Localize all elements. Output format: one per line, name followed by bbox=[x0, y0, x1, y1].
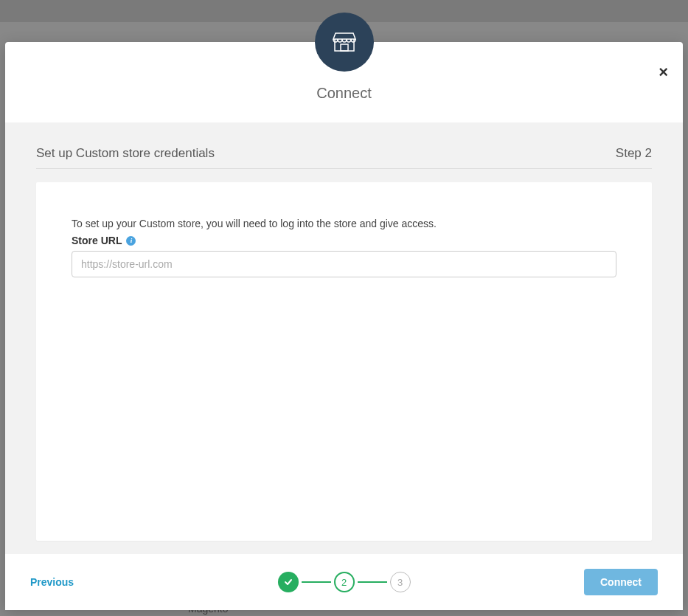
svg-rect-0 bbox=[341, 44, 348, 51]
step-line-1 bbox=[302, 581, 331, 583]
previous-button[interactable]: Previous bbox=[30, 576, 74, 588]
close-icon: × bbox=[659, 63, 668, 81]
section-heading: Set up Custom store credentials bbox=[36, 146, 215, 161]
stepper: 2 3 bbox=[278, 572, 411, 592]
check-icon bbox=[284, 578, 293, 586]
section-header: Set up Custom store credentials Step 2 bbox=[36, 146, 652, 169]
modal-title: Connect bbox=[5, 85, 683, 102]
step-indicator: Step 2 bbox=[616, 146, 652, 161]
store-url-label-text: Store URL bbox=[72, 235, 122, 246]
modal-body: Set up Custom store credentials Step 2 T… bbox=[5, 122, 683, 554]
info-icon[interactable]: i bbox=[126, 236, 136, 246]
connect-button[interactable]: Connect bbox=[584, 569, 658, 595]
modal-footer: Previous 2 3 Connect bbox=[5, 554, 683, 610]
close-button[interactable]: × bbox=[659, 64, 668, 80]
step-1 bbox=[278, 572, 299, 592]
step-line-2 bbox=[358, 581, 387, 583]
step-2: 2 bbox=[334, 572, 355, 592]
store-url-input[interactable] bbox=[72, 251, 616, 277]
store-icon bbox=[315, 13, 374, 72]
instruction-text: To set up your Custom store, you will ne… bbox=[72, 218, 616, 229]
connect-modal: × Connect Set up Custom store credential… bbox=[5, 42, 683, 610]
form-card: To set up your Custom store, you will ne… bbox=[36, 182, 652, 541]
step-3: 3 bbox=[390, 572, 411, 592]
store-url-label: Store URL i bbox=[72, 235, 136, 246]
